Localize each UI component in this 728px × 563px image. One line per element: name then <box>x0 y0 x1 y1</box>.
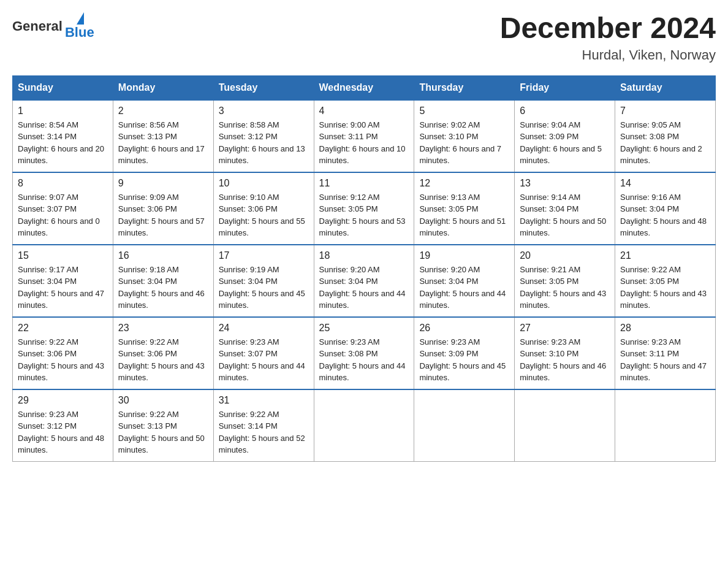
day-number: 23 <box>118 323 208 334</box>
weekday-header-thursday: Thursday <box>414 75 515 100</box>
calendar-cell <box>615 389 716 462</box>
calendar-cell: 10Sunrise: 9:10 AMSunset: 3:06 PMDayligh… <box>213 172 314 245</box>
weekday-header-sunday: Sunday <box>13 75 113 100</box>
day-number: 7 <box>620 105 710 117</box>
day-info: Sunrise: 9:16 AMSunset: 3:04 PMDaylight:… <box>620 191 710 239</box>
weekday-header-row: SundayMondayTuesdayWednesdayThursdayFrid… <box>13 75 716 100</box>
day-info: Sunrise: 9:22 AMSunset: 3:13 PMDaylight:… <box>118 408 208 456</box>
day-number: 24 <box>219 323 309 334</box>
calendar-cell: 20Sunrise: 9:21 AMSunset: 3:05 PMDayligh… <box>515 245 615 317</box>
calendar-table: SundayMondayTuesdayWednesdayThursdayFrid… <box>12 75 716 462</box>
day-info: Sunrise: 9:10 AMSunset: 3:06 PMDaylight:… <box>219 191 309 239</box>
calendar-week-row: 29Sunrise: 9:23 AMSunset: 3:12 PMDayligh… <box>13 389 716 462</box>
day-info: Sunrise: 9:22 AMSunset: 3:06 PMDaylight:… <box>118 336 208 384</box>
calendar-cell: 27Sunrise: 9:23 AMSunset: 3:10 PMDayligh… <box>515 317 615 389</box>
calendar-cell: 16Sunrise: 9:18 AMSunset: 3:04 PMDayligh… <box>113 245 213 317</box>
day-number: 29 <box>18 395 108 406</box>
day-info: Sunrise: 9:23 AMSunset: 3:10 PMDaylight:… <box>520 336 610 384</box>
calendar-cell: 15Sunrise: 9:17 AMSunset: 3:04 PMDayligh… <box>13 245 113 317</box>
day-info: Sunrise: 9:23 AMSunset: 3:08 PMDaylight:… <box>319 336 409 384</box>
day-number: 4 <box>319 105 409 117</box>
day-info: Sunrise: 9:17 AMSunset: 3:04 PMDaylight:… <box>18 264 108 312</box>
day-info: Sunrise: 9:23 AMSunset: 3:07 PMDaylight:… <box>219 336 309 384</box>
day-number: 14 <box>620 178 710 189</box>
day-number: 31 <box>219 395 309 406</box>
day-info: Sunrise: 9:02 AMSunset: 3:10 PMDaylight:… <box>419 119 509 167</box>
day-info: Sunrise: 9:05 AMSunset: 3:08 PMDaylight:… <box>620 119 710 167</box>
calendar-cell: 30Sunrise: 9:22 AMSunset: 3:13 PMDayligh… <box>113 389 213 462</box>
day-info: Sunrise: 9:23 AMSunset: 3:11 PMDaylight:… <box>620 336 710 384</box>
day-number: 21 <box>620 250 710 261</box>
weekday-header-friday: Friday <box>515 75 615 100</box>
day-number: 13 <box>520 178 610 189</box>
day-info: Sunrise: 9:09 AMSunset: 3:06 PMDaylight:… <box>118 191 208 239</box>
calendar-week-row: 15Sunrise: 9:17 AMSunset: 3:04 PMDayligh… <box>13 245 716 317</box>
calendar-cell: 9Sunrise: 9:09 AMSunset: 3:06 PMDaylight… <box>113 172 213 245</box>
calendar-cell: 5Sunrise: 9:02 AMSunset: 3:10 PMDaylight… <box>414 100 515 172</box>
day-info: Sunrise: 9:20 AMSunset: 3:04 PMDaylight:… <box>419 264 509 312</box>
day-number: 3 <box>219 105 309 117</box>
day-info: Sunrise: 9:23 AMSunset: 3:09 PMDaylight:… <box>419 336 509 384</box>
day-info: Sunrise: 9:13 AMSunset: 3:05 PMDaylight:… <box>419 191 509 239</box>
day-info: Sunrise: 8:58 AMSunset: 3:12 PMDaylight:… <box>219 119 309 167</box>
calendar-cell <box>515 389 615 462</box>
day-number: 18 <box>319 250 409 261</box>
calendar-cell: 28Sunrise: 9:23 AMSunset: 3:11 PMDayligh… <box>615 317 716 389</box>
calendar-cell: 8Sunrise: 9:07 AMSunset: 3:07 PMDaylight… <box>13 172 113 245</box>
calendar-cell: 2Sunrise: 8:56 AMSunset: 3:13 PMDaylight… <box>113 100 213 172</box>
calendar-cell: 7Sunrise: 9:05 AMSunset: 3:08 PMDaylight… <box>615 100 716 172</box>
day-info: Sunrise: 9:07 AMSunset: 3:07 PMDaylight:… <box>18 191 108 239</box>
day-number: 8 <box>18 178 108 189</box>
day-number: 25 <box>319 323 409 334</box>
weekday-header-monday: Monday <box>113 75 213 100</box>
calendar-cell: 18Sunrise: 9:20 AMSunset: 3:04 PMDayligh… <box>314 245 414 317</box>
calendar-cell: 21Sunrise: 9:22 AMSunset: 3:05 PMDayligh… <box>615 245 716 317</box>
weekday-header-saturday: Saturday <box>615 75 716 100</box>
day-number: 22 <box>18 323 108 334</box>
calendar-week-row: 22Sunrise: 9:22 AMSunset: 3:06 PMDayligh… <box>13 317 716 389</box>
day-number: 6 <box>520 105 610 117</box>
day-number: 9 <box>118 178 208 189</box>
calendar-cell: 25Sunrise: 9:23 AMSunset: 3:08 PMDayligh… <box>314 317 414 389</box>
calendar-cell: 13Sunrise: 9:14 AMSunset: 3:04 PMDayligh… <box>515 172 615 245</box>
calendar-cell <box>414 389 515 462</box>
day-info: Sunrise: 9:22 AMSunset: 3:06 PMDaylight:… <box>18 336 108 384</box>
calendar-cell: 3Sunrise: 8:58 AMSunset: 3:12 PMDaylight… <box>213 100 314 172</box>
day-info: Sunrise: 9:14 AMSunset: 3:04 PMDaylight:… <box>520 191 610 239</box>
day-number: 5 <box>419 105 509 117</box>
day-number: 16 <box>118 250 208 261</box>
day-info: Sunrise: 9:00 AMSunset: 3:11 PMDaylight:… <box>319 119 409 167</box>
day-number: 12 <box>419 178 509 189</box>
weekday-header-wednesday: Wednesday <box>314 75 414 100</box>
day-number: 20 <box>520 250 610 261</box>
day-info: Sunrise: 9:04 AMSunset: 3:09 PMDaylight:… <box>520 119 610 167</box>
day-number: 27 <box>520 323 610 334</box>
logo: General Blue <box>12 12 94 40</box>
day-info: Sunrise: 8:54 AMSunset: 3:14 PMDaylight:… <box>18 119 108 167</box>
day-info: Sunrise: 9:20 AMSunset: 3:04 PMDaylight:… <box>319 264 409 312</box>
page-header: General Blue December 2024 Hurdal, Viken… <box>12 12 716 63</box>
calendar-cell: 26Sunrise: 9:23 AMSunset: 3:09 PMDayligh… <box>414 317 515 389</box>
day-info: Sunrise: 9:12 AMSunset: 3:05 PMDaylight:… <box>319 191 409 239</box>
calendar-week-row: 8Sunrise: 9:07 AMSunset: 3:07 PMDaylight… <box>13 172 716 245</box>
day-info: Sunrise: 8:56 AMSunset: 3:13 PMDaylight:… <box>118 119 208 167</box>
day-number: 1 <box>18 105 108 117</box>
logo-text-blue: Blue <box>65 25 94 40</box>
calendar-cell <box>314 389 414 462</box>
logo-text-general: General <box>12 18 63 34</box>
day-number: 17 <box>219 250 309 261</box>
day-number: 28 <box>620 323 710 334</box>
day-number: 26 <box>419 323 509 334</box>
day-number: 11 <box>319 178 409 189</box>
calendar-week-row: 1Sunrise: 8:54 AMSunset: 3:14 PMDaylight… <box>13 100 716 172</box>
calendar-cell: 19Sunrise: 9:20 AMSunset: 3:04 PMDayligh… <box>414 245 515 317</box>
month-title: December 2024 <box>500 12 716 45</box>
calendar-cell: 31Sunrise: 9:22 AMSunset: 3:14 PMDayligh… <box>213 389 314 462</box>
title-block: December 2024 Hurdal, Viken, Norway <box>500 12 716 63</box>
calendar-cell: 11Sunrise: 9:12 AMSunset: 3:05 PMDayligh… <box>314 172 414 245</box>
calendar-cell: 1Sunrise: 8:54 AMSunset: 3:14 PMDaylight… <box>13 100 113 172</box>
day-number: 30 <box>118 395 208 406</box>
day-number: 10 <box>219 178 309 189</box>
calendar-cell: 12Sunrise: 9:13 AMSunset: 3:05 PMDayligh… <box>414 172 515 245</box>
calendar-cell: 4Sunrise: 9:00 AMSunset: 3:11 PMDaylight… <box>314 100 414 172</box>
